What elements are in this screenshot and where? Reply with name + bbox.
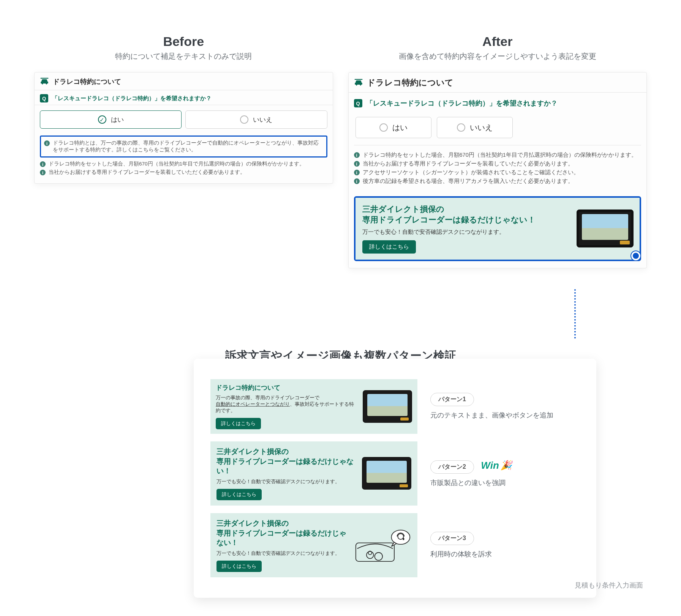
dotted-connector-line — [574, 289, 576, 339]
after-question: 「レスキュードラレコ（ドラレコ特約）」を希望されますか？ — [366, 99, 558, 108]
pattern2-details-button[interactable]: 詳しくはこちら — [216, 489, 262, 500]
before-option-no[interactable]: いいえ — [185, 110, 327, 129]
info-icon: i — [40, 161, 46, 167]
before-option-yes[interactable]: ✓ はい — [40, 110, 182, 129]
after-panel: ドラレコ特約について Q 「レスキュードラレコ（ドラレコ特約）」を希望されますか… — [348, 72, 647, 268]
dashcam-image — [363, 390, 412, 423]
info-icon: i — [354, 152, 360, 158]
patterns-panel: ドラレコ特約について 万一の事故の際、専用のドライブレコーダーで 自動的にオペレ… — [194, 359, 596, 598]
after-no-label: いいえ — [470, 123, 493, 133]
pattern1-text: 万一の事故の際、専用のドライブレコーダーで 自動的にオペレーターとつながり、事故… — [216, 395, 357, 414]
pattern-row: 三井ダイレクト損保の 専用ドライブレコーダーは録るだけじゃない！ 万一でも安心！… — [210, 441, 580, 506]
before-panel-title: ドラレコ特約について — [53, 77, 121, 86]
footnote: 見積もり条件入力画面 — [575, 581, 643, 590]
pattern1-banner: ドラレコ特約について 万一の事故の際、専用のドライブレコーダーで 自動的にオペレ… — [210, 379, 417, 434]
after-subtitle: 画像を含めて特約内容をイメージしやすいよう表記を変更 — [348, 51, 647, 61]
svg-point-5 — [356, 84, 357, 85]
after-title: After — [348, 34, 647, 49]
pattern1-pill: パターン1 — [430, 393, 474, 406]
q-badge: Q — [40, 94, 48, 102]
pattern1-details-button[interactable]: 詳しくはこちら — [216, 418, 261, 429]
svg-rect-14 — [403, 538, 404, 540]
promo-line1: 三井ダイレクト損保の — [362, 205, 444, 213]
svg-point-11 — [374, 553, 382, 561]
after-note2: 当社からお届けする専用ドライブレコーダーを装着していただく必要があります。 — [363, 160, 574, 167]
car-icon — [354, 79, 363, 87]
after-note4: 後方車の記録を希望される場合、専用リアカメラを購入いただく必要があります。 — [363, 178, 574, 185]
before-column: Before 特約について補足をテキストのみで説明 ドラレコ特約について Q 「… — [34, 34, 333, 268]
svg-rect-7 — [354, 79, 362, 80]
info-icon: i — [44, 140, 50, 146]
svg-point-6 — [360, 84, 361, 85]
info-icon: i — [354, 161, 360, 167]
pattern1-title: ドラレコ特約について — [216, 384, 357, 392]
info-icon: i — [354, 178, 360, 184]
pattern3-banner: 三井ダイレクト損保の 専用ドライブレコーダーは録るだけじゃない！ 万一でも安心！… — [210, 513, 417, 577]
after-note3: アクセサリーソケット（シガーソケット）が装備されていることをご確認ください。 — [363, 169, 579, 176]
svg-point-2 — [46, 83, 47, 84]
before-title: Before — [34, 34, 333, 49]
pattern-row: 三井ダイレクト損保の 専用ドライブレコーダーは録るだけじゃない！ 万一でも安心！… — [210, 513, 580, 577]
before-question: 「レスキュードラレコ（ドラレコ特約）」を希望されますか？ — [52, 95, 212, 102]
before-note3-text: 当社からお届けする専用ドライブレコーダーを装着していただく必要があります。 — [49, 169, 245, 176]
before-yes-label: はい — [111, 115, 124, 124]
pattern2-banner: 三井ダイレクト損保の 専用ドライブレコーダーは録るだけじゃない！ 万一でも安心！… — [210, 441, 417, 506]
check-icon: ✓ — [100, 117, 104, 123]
after-option-no[interactable]: いいえ — [437, 117, 513, 138]
before-panel: ドラレコ特約について Q 「レスキュードラレコ（ドラレコ特約）」を希望されますか… — [34, 72, 333, 184]
pattern2-pill: パターン2 — [430, 460, 474, 474]
before-no-label: いいえ — [253, 115, 272, 124]
before-subtitle: 特約について補足をテキストのみで説明 — [34, 51, 333, 61]
car-icon — [40, 78, 49, 85]
pattern3-line2: 専用ドライブレコーダーは録るだけじゃない！ — [216, 529, 346, 547]
pattern-row: ドラレコ特約について 万一の事故の際、専用のドライブレコーダーで 自動的にオペレ… — [210, 379, 580, 434]
pattern2-desc: 市販製品との違いを強調 — [430, 478, 580, 487]
svg-rect-4 — [355, 83, 362, 85]
after-promo-highlight: 三井ダイレクト損保の 専用ドライブレコーダーは録るだけじゃない！ 万一でも安心！… — [354, 196, 641, 261]
party-popper-icon: 🎉 — [501, 460, 512, 471]
after-yes-label: はい — [392, 123, 408, 133]
before-note2-text: ドラレコ特約をセットした場合、月額670円（当社契約1年目で月払選択時の場合）の… — [49, 161, 305, 167]
pattern2-sub: 万一でも安心！自動で安否確認デスクにつながります。 — [216, 478, 357, 485]
info-icon: i — [40, 170, 46, 175]
operator-illustration — [354, 527, 411, 563]
pattern3-desc: 利用時の体験を訴求 — [430, 550, 580, 559]
pattern1-desc: 元のテキストまま、画像やボタンを追加 — [430, 411, 580, 420]
before-highlight-note: iドラレコ特約とは、万一の事故の際、専用のドライブレコーダーで自動的にオペレータ… — [40, 135, 327, 158]
info-icon: i — [354, 170, 360, 175]
pattern2-line2: 専用ドライブレコーダーは録るだけじゃない！ — [216, 457, 354, 475]
svg-rect-3 — [41, 78, 49, 79]
svg-rect-0 — [41, 82, 48, 83]
win-badge: Win 🎉 — [481, 460, 512, 471]
svg-point-1 — [42, 83, 43, 84]
promo-sub: 万一でも安心！自動で安否確認デスクにつながります。 — [362, 228, 573, 236]
pattern2-line1: 三井ダイレクト損保の — [216, 447, 289, 455]
after-column: After 画像を含めて特約内容をイメージしやすいよう表記を変更 ドラレコ特約に… — [348, 34, 647, 268]
pattern3-line1: 三井ダイレクト損保の — [216, 519, 289, 527]
promo-line2: 専用ドライブレコーダーは録るだけじゃない！ — [362, 215, 536, 224]
after-panel-title: ドラレコ特約について — [367, 77, 453, 88]
pattern3-details-button[interactable]: 詳しくはこちら — [216, 561, 262, 572]
pattern3-sub: 万一でも安心！自動で安否確認デスクにつながります。 — [216, 550, 349, 557]
win-text: Win — [481, 460, 499, 471]
after-option-yes[interactable]: はい — [356, 117, 431, 138]
q-badge: Q — [354, 99, 362, 107]
before-note1-text: ドラレコ特約とは、万一の事故の際、専用のドライブレコーダーで自動的にオペレーター… — [53, 140, 323, 153]
promo-details-button[interactable]: 詳しくはこちら — [362, 240, 416, 254]
connector-anchor-dot — [631, 251, 640, 260]
pattern3-pill: パターン3 — [430, 532, 474, 545]
dashcam-image — [362, 457, 411, 490]
after-note1: ドラレコ特約をセットした場合、月額670円（当社契約1年目で月払選択時の場合）の… — [363, 151, 637, 159]
dashcam-image — [577, 210, 634, 247]
